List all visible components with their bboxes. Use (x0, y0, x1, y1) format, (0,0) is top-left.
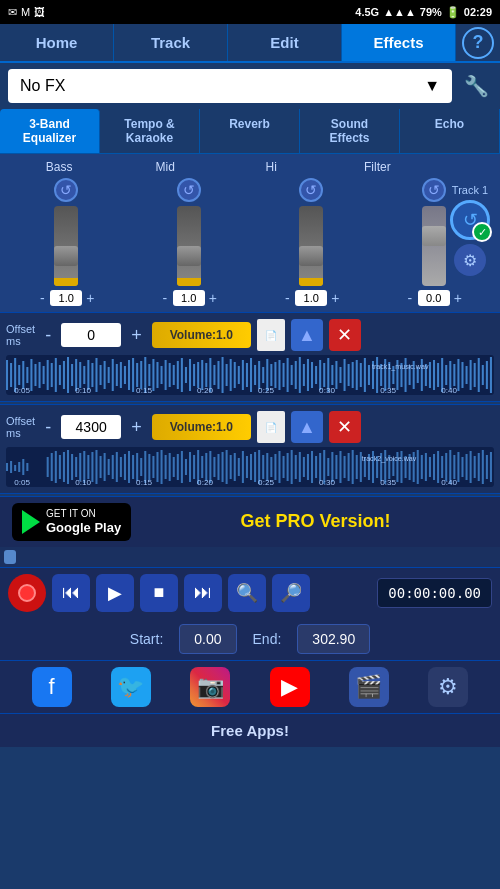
bass-plus[interactable]: + (84, 290, 96, 306)
bass-value[interactable]: 1.0 (50, 290, 82, 306)
play-button[interactable]: ▶ (96, 574, 134, 612)
svg-rect-109 (449, 361, 451, 389)
filter-minus[interactable]: - (404, 290, 416, 306)
bass-reset-button[interactable]: ↺ (54, 178, 78, 202)
settings-button[interactable]: ⚙ (428, 667, 468, 707)
track2-file-icon[interactable]: 📄 (257, 411, 285, 443)
svg-rect-8 (39, 362, 41, 388)
mid-slider[interactable] (177, 206, 201, 286)
track2-waveform: 0:05 0:10 0:15 0:20 0:25 0:30 0:35 0:40 … (6, 447, 494, 487)
svg-rect-43 (181, 358, 183, 392)
svg-rect-32 (136, 363, 138, 387)
zoom-in-button[interactable]: 🔎 (272, 574, 310, 612)
tab-tempo-karaoke[interactable]: Tempo &Karaoke (100, 109, 200, 153)
filter-reset-button[interactable]: ↺ (422, 178, 446, 202)
facebook-button[interactable]: f (32, 667, 72, 707)
tab-effects[interactable]: Effects (342, 24, 456, 61)
svg-rect-52 (217, 361, 219, 389)
help-button[interactable]: ? (456, 24, 500, 61)
twitter-button[interactable]: 🐦 (111, 667, 151, 707)
hi-reset-button[interactable]: ↺ (299, 178, 323, 202)
gear-button[interactable]: ⚙ (454, 244, 486, 276)
end-value[interactable]: 302.90 (297, 624, 370, 654)
free-apps-bar[interactable]: Free Apps! (0, 713, 500, 747)
track1-label: Track 1 (452, 184, 488, 196)
wrench-button[interactable]: 🔧 (460, 70, 492, 102)
tab-3band-equalizer[interactable]: 3-BandEqualizer (0, 109, 100, 153)
track1-offset-value[interactable]: 0 (61, 323, 121, 347)
filter-slider[interactable] (422, 206, 446, 286)
svg-rect-155 (128, 451, 130, 483)
hi-slider[interactable] (299, 206, 323, 286)
tab-echo[interactable]: Echo (400, 109, 500, 153)
battery-level: 79% (420, 6, 442, 18)
svg-text:0:35: 0:35 (380, 386, 396, 395)
bass-slider[interactable] (54, 206, 78, 286)
filter-plus[interactable]: + (452, 290, 464, 306)
svg-text:0:10: 0:10 (75, 386, 91, 395)
tab-track[interactable]: Track (114, 24, 228, 61)
track2-volume-bar[interactable]: Volume:1.0 (152, 414, 251, 440)
track2-move-up-button[interactable]: ▲ (291, 411, 323, 443)
svg-rect-55 (230, 359, 232, 391)
svg-rect-23 (100, 365, 102, 385)
svg-rect-29 (124, 366, 126, 384)
hi-value[interactable]: 1.0 (295, 290, 327, 306)
mid-minus[interactable]: - (159, 290, 171, 306)
svg-rect-83 (344, 359, 346, 391)
scroll-thumb (4, 550, 16, 564)
fx-dropdown[interactable]: No FX ▼ (8, 69, 452, 103)
track1-move-up-button[interactable]: ▲ (291, 319, 323, 351)
svg-rect-191 (274, 454, 276, 480)
status-left: ✉ M 🖼 (8, 6, 45, 19)
track1-volume-bar[interactable]: Volume:1.0 (152, 322, 251, 348)
svg-rect-199 (307, 454, 309, 480)
google-play-button[interactable]: GET IT ON Google Play (12, 503, 131, 541)
email-icon: ✉ (8, 6, 17, 19)
skip-forward-button[interactable]: ⏭ (184, 574, 222, 612)
scroll-indicator[interactable] (0, 547, 500, 567)
youtube-button[interactable]: ▶ (270, 667, 310, 707)
track2-delete-button[interactable]: ✕ (329, 411, 361, 443)
skip-back-button[interactable]: ⏮ (52, 574, 90, 612)
filter-value[interactable]: 0.0 (418, 290, 450, 306)
tab-sound-effects[interactable]: SoundEffects (300, 109, 400, 153)
mid-plus[interactable]: + (207, 290, 219, 306)
instagram-button[interactable]: 📷 (190, 667, 230, 707)
track2-minus-button[interactable]: - (41, 417, 55, 438)
pro-version-label[interactable]: Get PRO Version! (143, 511, 488, 532)
google-play-label: Google Play (46, 520, 121, 535)
svg-rect-228 (425, 453, 427, 481)
tab-home[interactable]: Home (0, 24, 114, 61)
hi-plus[interactable]: + (329, 290, 341, 306)
hi-minus[interactable]: - (281, 290, 293, 306)
effect-tabs: 3-BandEqualizer Tempo &Karaoke Reverb So… (0, 109, 500, 154)
bass-minus[interactable]: - (36, 290, 48, 306)
svg-rect-115 (474, 363, 476, 387)
track2-offset-value[interactable]: 4300 (61, 415, 121, 439)
svg-rect-18 (79, 362, 81, 388)
mid-reset-button[interactable]: ↺ (177, 178, 201, 202)
tab-reverb[interactable]: Reverb (200, 109, 300, 153)
track1-plus-button[interactable]: + (127, 325, 146, 346)
start-value[interactable]: 0.00 (179, 624, 236, 654)
record-button[interactable] (8, 574, 46, 612)
track1-delete-button[interactable]: ✕ (329, 319, 361, 351)
stop-button[interactable]: ■ (140, 574, 178, 612)
svg-rect-153 (120, 457, 122, 477)
mid-value[interactable]: 1.0 (173, 290, 205, 306)
track1-offset-label: Offset ms (6, 323, 35, 347)
track1-file-icon[interactable]: 📄 (257, 319, 285, 351)
svg-rect-129 (6, 463, 8, 471)
svg-rect-227 (421, 455, 423, 479)
filter-value-row: - 0.0 + (404, 290, 464, 306)
svg-rect-202 (319, 453, 321, 481)
zoom-out-button[interactable]: 🔍 (228, 574, 266, 612)
moviemaker-button[interactable]: 🎬 (349, 667, 389, 707)
track1-minus-button[interactable]: - (41, 325, 55, 346)
svg-rect-240 (474, 456, 476, 478)
tab-edit[interactable]: Edit (228, 24, 342, 61)
svg-rect-242 (482, 450, 484, 484)
track2-plus-button[interactable]: + (127, 417, 146, 438)
start-label: Start: (130, 631, 163, 647)
